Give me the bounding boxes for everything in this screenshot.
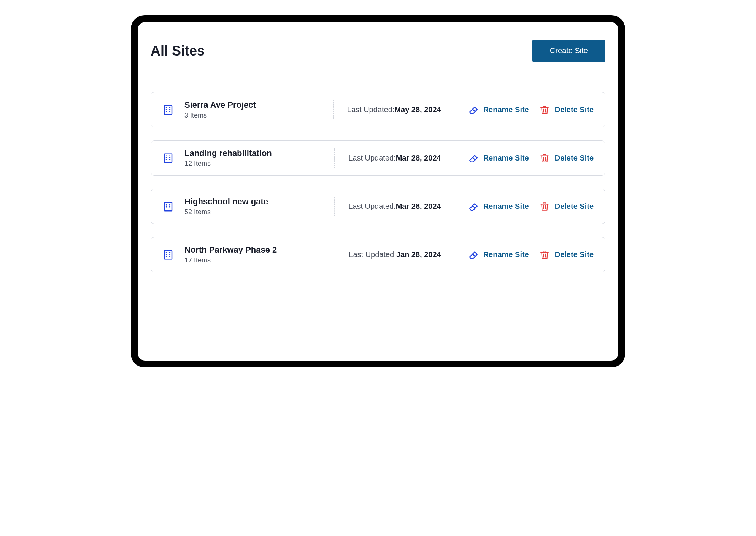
delete-label: Delete Site (555, 105, 594, 114)
site-name: Highschool new gate (184, 197, 268, 207)
site-card[interactable]: North Parkway Phase 2 17 Items Last Upda… (151, 237, 605, 272)
site-name: North Parkway Phase 2 (184, 245, 277, 255)
trash-icon (540, 153, 550, 163)
site-card[interactable]: Sierra Ave Project 3 Items Last Updated:… (151, 92, 605, 127)
eraser-icon (468, 105, 478, 115)
last-updated: Last Updated:May 28, 2024 (334, 105, 455, 114)
building-icon (162, 153, 174, 164)
site-text: North Parkway Phase 2 17 Items (184, 245, 277, 264)
last-updated-label: Last Updated: (348, 202, 396, 210)
last-updated-date: Mar 28, 2024 (396, 202, 441, 210)
create-site-button[interactable]: Create Site (532, 40, 605, 62)
trash-icon (540, 250, 550, 260)
site-card[interactable]: Landing rehabilitation 12 Items Last Upd… (151, 140, 605, 176)
last-updated: Last Updated:Mar 28, 2024 (335, 154, 455, 162)
delete-site-button[interactable]: Delete Site (540, 153, 594, 163)
site-text: Sierra Ave Project 3 Items (184, 100, 256, 119)
last-updated-date: Mar 28, 2024 (396, 154, 441, 162)
rename-label: Rename Site (483, 154, 529, 162)
site-card[interactable]: Highschool new gate 52 Items Last Update… (151, 189, 605, 224)
eraser-icon (468, 202, 478, 212)
site-text: Landing rehabilitation 12 Items (184, 148, 272, 168)
site-name: Sierra Ave Project (184, 100, 256, 110)
site-actions: Rename Site Delete Site (455, 105, 594, 115)
site-info: Highschool new gate 52 Items (162, 197, 334, 216)
delete-label: Delete Site (555, 202, 594, 211)
building-icon (162, 104, 174, 116)
page-header: All Sites Create Site (151, 40, 605, 78)
last-updated-label: Last Updated: (348, 154, 396, 162)
svg-rect-0 (164, 105, 172, 114)
screen: All Sites Create Site Sierra Ave Project… (138, 22, 618, 361)
site-actions: Rename Site Delete Site (455, 202, 594, 212)
site-item-count: 3 Items (184, 111, 256, 119)
delete-label: Delete Site (555, 154, 594, 162)
site-text: Highschool new gate 52 Items (184, 197, 268, 216)
last-updated: Last Updated:Mar 28, 2024 (335, 202, 455, 211)
sites-list: Sierra Ave Project 3 Items Last Updated:… (151, 92, 605, 272)
svg-rect-18 (164, 202, 172, 211)
site-name: Landing rehabilitation (184, 148, 272, 158)
last-updated-label: Last Updated: (349, 250, 396, 259)
site-actions: Rename Site Delete Site (455, 153, 594, 163)
site-actions: Rename Site Delete Site (455, 250, 594, 260)
rename-site-button[interactable]: Rename Site (468, 250, 529, 260)
trash-icon (540, 105, 550, 115)
last-updated-label: Last Updated: (347, 105, 395, 114)
page-title: All Sites (151, 43, 205, 59)
eraser-icon (468, 153, 478, 163)
site-info: Sierra Ave Project 3 Items (162, 100, 333, 119)
rename-site-button[interactable]: Rename Site (468, 153, 529, 163)
svg-rect-9 (164, 154, 172, 162)
eraser-icon (468, 250, 478, 260)
site-item-count: 17 Items (184, 256, 277, 264)
trash-icon (540, 202, 550, 212)
last-updated-date: May 28, 2024 (394, 105, 441, 114)
delete-site-button[interactable]: Delete Site (540, 105, 594, 115)
rename-label: Rename Site (483, 250, 529, 259)
rename-label: Rename Site (483, 105, 529, 114)
last-updated: Last Updated:Jan 28, 2024 (335, 250, 454, 259)
site-item-count: 52 Items (184, 208, 268, 216)
delete-site-button[interactable]: Delete Site (540, 250, 594, 260)
svg-rect-27 (164, 250, 172, 259)
rename-label: Rename Site (483, 202, 529, 211)
last-updated-date: Jan 28, 2024 (396, 250, 441, 259)
building-icon (162, 249, 174, 261)
delete-site-button[interactable]: Delete Site (540, 202, 594, 212)
device-frame: All Sites Create Site Sierra Ave Project… (131, 15, 625, 367)
rename-site-button[interactable]: Rename Site (468, 105, 529, 115)
delete-label: Delete Site (555, 250, 594, 259)
site-info: North Parkway Phase 2 17 Items (162, 245, 335, 264)
site-info: Landing rehabilitation 12 Items (162, 148, 334, 168)
site-item-count: 12 Items (184, 160, 272, 168)
rename-site-button[interactable]: Rename Site (468, 202, 529, 212)
building-icon (162, 201, 174, 212)
